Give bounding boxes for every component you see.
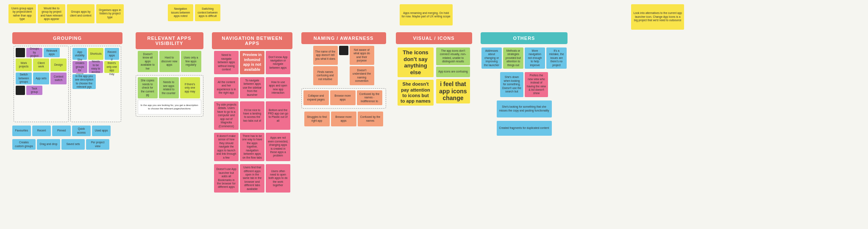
note: Design [50, 59, 67, 71]
note: Look into alternatives to the current ap… [631, 4, 684, 30]
note: The app icons don't connect visually, no… [436, 47, 470, 65]
note: Browse more apps [331, 112, 356, 126]
note: Users often need to open both apps to do… [266, 164, 290, 193]
note: She's looking for something that she mis… [497, 101, 552, 117]
note: Used apps [92, 126, 111, 136]
note: Organises apps in folders by project typ… [96, 4, 124, 23]
note: Context switch [50, 73, 67, 84]
note: Finds names confusing and not intuitive [313, 66, 338, 85]
naming-column: NAMING / AWARENESS The name of the app d… [298, 32, 389, 126]
note: Drag and drop [37, 139, 60, 150]
note: Doesn't use App launcher but adds all Bo… [214, 164, 239, 193]
note: To navigate between apps use the sidebar… [240, 77, 264, 98]
note: Bottom and the PRD app can go to Plastic… [266, 101, 290, 130]
note: In the app you see description to choose… [72, 74, 96, 89]
others-duplicates: Created fragments for duplicated content [497, 121, 552, 136]
nav-row3: Try side projects details. Users have to… [214, 101, 290, 130]
visual-top-note: Look into alternatives to the current ap… [631, 4, 686, 30]
note: Browse more apps [330, 90, 356, 105]
note: Switch between groups [16, 73, 32, 84]
relevant-top-row: Doesn't know all apps available to her H… [138, 51, 201, 72]
note: Switching context between apps is diffic… [195, 4, 220, 21]
note: Not aware of what apps do and their purp… [350, 46, 374, 65]
grouping-column: GROUPING Groups by project Relevant apps… [6, 32, 129, 150]
others-bookmark: She's looking for something that she mis… [497, 101, 552, 117]
navigation-header: NAVIGATION BETWEEN APPS [212, 32, 292, 49]
note: Favourites [12, 126, 31, 136]
note: She copies needs to check for the curren… [138, 77, 158, 98]
note: Creates custom groups [12, 139, 36, 150]
note: Task group [26, 86, 42, 95]
note: Quick access [72, 126, 91, 136]
note: Saved sets [61, 139, 85, 150]
grouping-bottom-notes: Favourites Recent Pinned Quick access Us… [12, 126, 122, 136]
naming-top-row: The name of the app doesn't tell you wha… [313, 46, 374, 85]
nav-top-row: Need to navigate between apps without lo… [214, 51, 290, 74]
grouping-top-notes: Users group apps by project/client rathe… [8, 4, 127, 23]
visual-content: The icons don't say anything else She do… [398, 47, 470, 106]
note: The icons don't say anything else [398, 47, 434, 77]
note: Recent [32, 126, 51, 136]
note: The name of the app doesn't tell you wha… [313, 46, 338, 65]
note: Groups apps by client and context [67, 4, 95, 23]
nav-row2: All the content and her experience is in… [214, 77, 290, 98]
others-mid-row: She's down when looking for something. D… [500, 72, 548, 97]
visual-column: VISUAL / ICONS The icons don't say anyth… [392, 32, 475, 106]
note: Hard to discover new apps [159, 51, 180, 72]
note: Confused by the names - indifference to [357, 90, 382, 105]
note: Don't know App navigation or navigate be… [266, 51, 290, 74]
note: Navigation issues between apps noted [168, 4, 193, 21]
nav-top-notes: Navigation issues between apps noted Swi… [168, 4, 223, 21]
naming-top-note: Apps renaming and merging. On hold for n… [400, 4, 455, 25]
naming-dashed-box: Collapse and expand pages Browse more ap… [301, 88, 386, 109]
note: App sets [33, 73, 49, 84]
note: Created fragments for duplicated content [497, 121, 552, 136]
note: In the app you are looking for, you get … [138, 100, 201, 114]
note: Doesn't know all apps available to her [138, 51, 158, 72]
note: Prefers the new view who instead of havi… [525, 72, 548, 97]
note: Pinned [52, 126, 71, 136]
note: Relevant apps [44, 48, 60, 57]
note: Per project view [86, 139, 109, 150]
others-top-row: Addresses about changing or improving th… [481, 47, 567, 69]
note [339, 46, 348, 55]
note: Doesn't understand the naming convention [350, 66, 374, 85]
note: She's down when looking for something. D… [500, 72, 523, 97]
note: It's a mistake, the issues are there's n… [546, 47, 567, 69]
note: She creates groups for clients [72, 61, 87, 73]
note [16, 86, 25, 95]
note: More navigation not enough to help impro… [525, 47, 545, 69]
note: All the content and her experience is in… [214, 77, 239, 98]
others-header: OTHERS [481, 32, 568, 44]
note: Addresses about changing or improving th… [481, 47, 502, 69]
note: Apps are not even connected, changing ap… [266, 133, 290, 161]
visual-header: VISUAL / ICONS [396, 32, 472, 44]
note: She doesn't pay attention to icons but t… [398, 80, 434, 106]
navigation-column: NAVIGATION BETWEEN APPS Need to navigate… [210, 32, 295, 193]
naming-bottom-notes: Struggles to find right app Browse more … [304, 112, 383, 126]
note: Methods or strategies provided but atten… [503, 47, 523, 69]
main-canvas: Users group apps by project/client rathe… [0, 0, 868, 229]
relevant-apps-header: RELEVANT APPS VISIBILITY [136, 32, 203, 49]
note: Users group apps by project/client rathe… [8, 4, 36, 23]
others-column: OTHERS Addresses about changing or impro… [479, 32, 570, 136]
note: How to use apps and open new app interac… [266, 77, 290, 98]
relevant-dashed-box: She copies needs to check for the curren… [136, 75, 203, 117]
note: If there's only one app may [104, 61, 119, 73]
nav-row5: Doesn't use App launcher but adds all Bo… [214, 164, 290, 193]
note: Work projects [16, 59, 32, 71]
note: It'd be nice to have a landing to access… [240, 101, 264, 130]
note: Needs to be easy to access [89, 61, 103, 73]
note: Uses only a few apps regularly [181, 51, 201, 72]
note: Preview in Infomind app is not available [240, 51, 264, 74]
note: Would like to group by project and have … [38, 4, 65, 23]
nav-row4: It doesn't make sense of how they should… [214, 133, 290, 161]
grouping-header: GROUPING [12, 32, 122, 44]
note: It doesn't make sense of how they should… [214, 133, 239, 161]
note: There has to be one way to have the apps… [240, 133, 264, 161]
note: Struggles to find right app [304, 112, 330, 126]
note: Collapse and expand pages [303, 90, 329, 105]
grouping-box-2: App visibility Shortcuts Recent apps She… [70, 46, 121, 122]
naming-header: NAMING / AWARENESS [301, 32, 386, 44]
note: i feel that app icons change [436, 79, 470, 103]
